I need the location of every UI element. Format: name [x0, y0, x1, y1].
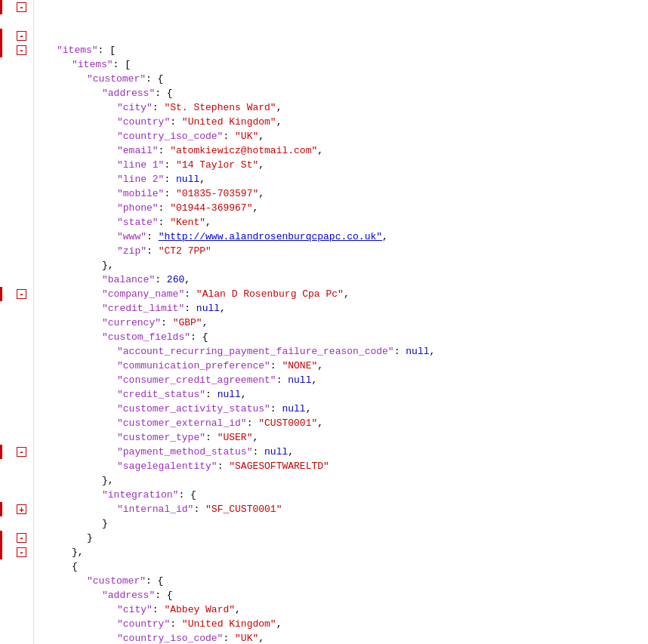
json-line: "internal_id": "SF_CUST0001": [42, 502, 648, 516]
json-line: "address": {: [42, 86, 648, 100]
json-line: "phone": "01944-369967",: [42, 201, 648, 215]
json-line: "country": "United Kingdom",: [42, 617, 648, 631]
fold-line: [0, 29, 2, 43]
json-line: "sagelegalentity": "SAGESOFTWARELTD": [42, 459, 648, 473]
json-line: "custom_fields": {: [42, 330, 648, 344]
json-line: "line 2": null,: [42, 172, 648, 186]
json-line: },: [42, 545, 648, 559]
json-line: "items": [: [42, 57, 648, 72]
fold-line: [0, 0, 2, 14]
json-line: },: [42, 473, 648, 488]
json-line: "payment_method_status": null,: [42, 445, 648, 459]
json-line: "integration": {: [42, 488, 648, 502]
json-line: }: [42, 531, 648, 545]
json-line: "credit_limit": null,: [42, 301, 648, 316]
fold-line: [0, 445, 2, 459]
fold-marker[interactable]: -: [17, 447, 26, 457]
json-line: "credit_status": null,: [42, 387, 648, 402]
fold-marker[interactable]: -: [17, 2, 26, 12]
json-line: "address": {: [42, 588, 648, 602]
json-line: "country_iso_code": "UK",: [42, 129, 648, 143]
fold-marker[interactable]: +: [17, 504, 26, 514]
json-line: "items": [: [42, 43, 648, 57]
json-line: "currency": "GBP",: [42, 316, 648, 330]
json-line: {: [42, 559, 648, 574]
json-line: "communication_preference": "NONE",: [42, 359, 648, 373]
json-line: "customer": {: [42, 72, 648, 86]
json-line: "company_name": "Alan D Rosenburg Cpa Pc…: [42, 287, 648, 301]
fold-line: [0, 531, 2, 545]
json-line: "www": "http://www.alandrosenburqcpapc.c…: [42, 230, 648, 244]
json-line: "customer_external_id": "CUST0001",: [42, 416, 648, 430]
json-line: }: [42, 516, 648, 531]
json-line: "account_recurring_payment_failure_reaso…: [42, 344, 648, 359]
json-line: "customer": {: [42, 574, 648, 588]
fold-marker[interactable]: -: [17, 547, 26, 557]
json-viewer: -----+-- "items": ["items": ["customer":…: [0, 0, 648, 644]
json-line: "city": "Abbey Ward",: [42, 602, 648, 617]
json-line: "consumer_credit_agreement": null,: [42, 373, 648, 387]
json-line: "zip": "CT2 7PP": [42, 244, 648, 258]
json-line: "country_iso_code": "UK",: [42, 631, 648, 644]
json-content: "items": ["items": ["customer": {"addres…: [34, 0, 648, 644]
json-line: "country": "United Kingdom",: [42, 115, 648, 129]
json-line: "mobile": "01835-703597",: [42, 186, 648, 201]
fold-line: [0, 502, 2, 516]
fold-marker[interactable]: -: [17, 31, 26, 41]
fold-marker[interactable]: -: [17, 533, 26, 543]
fold-marker[interactable]: -: [17, 289, 26, 299]
json-line: "line 1": "14 Taylor St",: [42, 158, 648, 172]
fold-marker[interactable]: -: [17, 45, 26, 55]
json-line: "email": "atomkiewicz@hotmail.com",: [42, 143, 648, 158]
fold-line: [0, 287, 2, 301]
json-line: "customer_activity_status": null,: [42, 402, 648, 416]
json-line: },: [42, 258, 648, 273]
json-line: "city": "St. Stephens Ward",: [42, 100, 648, 115]
gutter: -----+--: [0, 0, 34, 644]
json-line: "customer_type": "USER",: [42, 430, 648, 445]
json-line: "state": "Kent",: [42, 215, 648, 230]
fold-line: [0, 545, 2, 559]
json-line: "balance": 260,: [42, 273, 648, 287]
fold-line: [0, 43, 2, 57]
